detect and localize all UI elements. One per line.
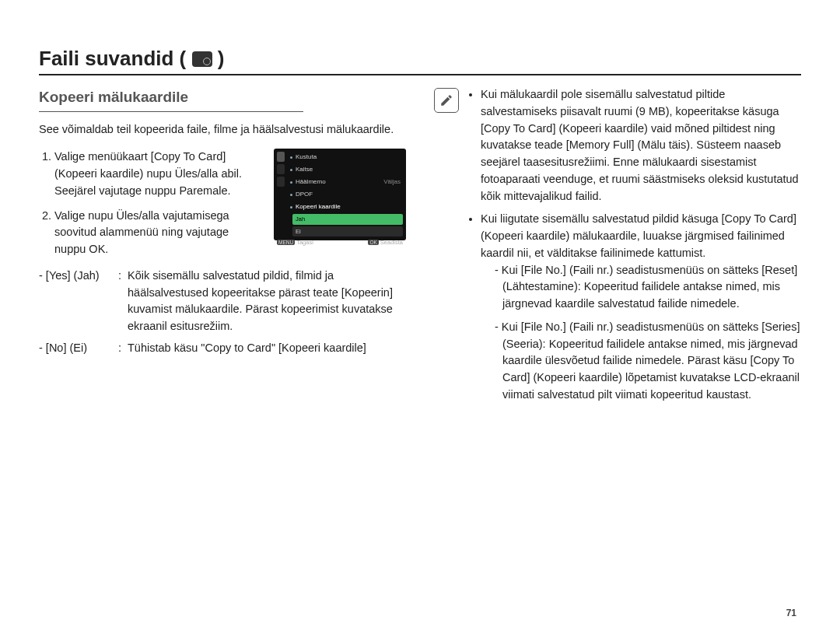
option-definitions: - [Yes] (Jah) : Kõik sisemällu salvestat… (39, 268, 406, 357)
left-column: Kopeeri mälukaardile See võimaldab teil … (39, 86, 406, 410)
note-body: Kui mälukaardil pole sisemällu salvestat… (467, 86, 801, 410)
section-subheading: Kopeeri mälukaardile (39, 86, 303, 112)
intro-text: See võimaldab teil kopeerida faile, film… (39, 121, 406, 138)
lcd-footer-set: OKSeadista (368, 238, 403, 247)
option-no: - [No] (Ei) : Tühistab käsu "Copy to Car… (39, 340, 406, 357)
title-text: Faili suvandid (39, 47, 173, 70)
steps-list: Valige menüükaart [Copy To Card] (Kopeer… (39, 149, 263, 258)
option-no-desc: Tühistab käsu "Copy to Card" [Kopeeri ka… (128, 340, 406, 357)
lcd-submenu: Jah Ei (292, 214, 403, 236)
steps-and-lcd: Valige menüükaart [Copy To Card] (Kopeer… (39, 149, 406, 266)
note-sub-a: Kui [File No.] (Faili nr.) seadistusmenü… (495, 262, 801, 313)
camera-lcd-preview: Kustuta Kaitse HäälmemoVäljas DPOF Kopee… (274, 149, 406, 240)
lcd-tab-1 (277, 152, 285, 162)
option-yes-desc: Kõik sisemällu salvestatud pildid, filmi… (128, 268, 406, 335)
content-columns: Kopeeri mälukaardile See võimaldab teil … (39, 86, 801, 410)
step-1: Valige menüükaart [Copy To Card] (Kopeer… (54, 149, 263, 199)
lcd-tab-2 (277, 164, 285, 174)
page-title: Faili suvandid ( ) (39, 47, 224, 71)
note-block: Kui mälukaardil pole sisemällu salvestat… (434, 86, 801, 410)
lcd-sub-yes: Jah (292, 214, 403, 224)
note-bullets: Kui mälukaardil pole sisemällu salvestat… (467, 86, 801, 404)
lcd-body: Kustuta Kaitse HäälmemoVäljas DPOF Kopee… (277, 152, 403, 236)
step-2: Valige nupu Üles/alla vajutamisega soovi… (54, 208, 263, 258)
manual-page: Faili suvandid ( ) Kopeeri mälukaardile … (0, 0, 840, 634)
option-no-label: - [No] (Ei) (39, 340, 118, 357)
page-title-row: Faili suvandid ( ) (39, 47, 801, 75)
note-bullet-1: Kui mälukaardil pole sisemällu salvestat… (481, 86, 801, 205)
option-sep: : (118, 340, 128, 357)
option-yes: - [Yes] (Jah) : Kõik sisemällu salvestat… (39, 268, 406, 335)
paren-close: ) (218, 47, 225, 70)
lcd-footer-back: MENUTagasi (277, 238, 313, 247)
steps-text: Valige menüükaart [Copy To Card] (Kopeer… (39, 149, 263, 266)
page-number: 71 (786, 608, 796, 618)
option-yes-label: - [Yes] (Jah) (39, 268, 118, 285)
note-icon (434, 88, 459, 113)
pencil-icon (439, 93, 453, 107)
lcd-sub-no: Ei (292, 226, 403, 236)
lcd-item-delete: Kustuta (288, 152, 403, 163)
option-sep: : (118, 268, 128, 285)
play-mode-icon (192, 51, 212, 67)
lcd-footer: MENUTagasi OKSeadista (277, 236, 403, 247)
lcd-item-dpof: DPOF (288, 189, 403, 200)
right-column: Kui mälukaardil pole sisemällu salvestat… (434, 86, 801, 410)
lcd-item-protect: Kaitse (288, 164, 403, 175)
lcd-item-copy: Kopeeri kaardile (288, 201, 403, 212)
lcd-menu: Kustuta Kaitse HäälmemoVäljas DPOF Kopee… (288, 152, 403, 236)
note-bullet-2: Kui liigutate sisemällu salvestatud pild… (481, 211, 801, 403)
note-sub-b: Kui [File No.] (Faili nr.) seadistusmenü… (495, 319, 801, 404)
paren-open: ( (180, 47, 187, 70)
lcd-tab-3 (277, 177, 285, 187)
note-sub-list: Kui [File No.] (Faili nr.) seadistusmenü… (481, 262, 801, 404)
note-bullet-2-text: Kui liigutate sisemällu salvestatud pild… (481, 212, 796, 259)
lcd-tabs (277, 152, 285, 236)
lcd-item-voicememo: HäälmemoVäljas (288, 177, 403, 187)
